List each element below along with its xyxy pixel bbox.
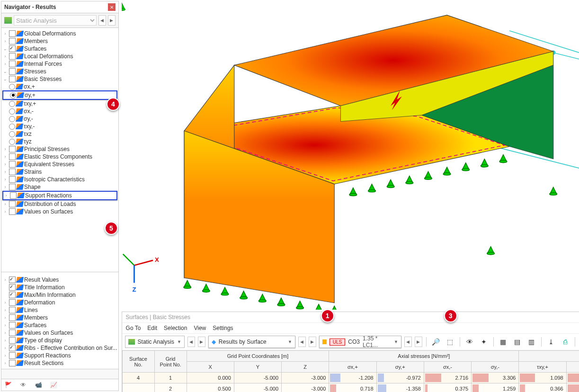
checkbox[interactable]: [9, 153, 16, 160]
menu-go-to[interactable]: Go To: [126, 325, 141, 331]
tree-item[interactable]: ›Members: [2, 314, 117, 321]
results-by-dropdown[interactable]: ◆ Results by Surface ▼: [208, 336, 295, 348]
expander-icon[interactable]: ›: [2, 277, 8, 282]
expander-icon[interactable]: ⌄: [2, 46, 8, 51]
expander-icon[interactable]: ›: [2, 154, 8, 159]
flag-icon[interactable]: 🚩: [3, 381, 13, 389]
tree-item[interactable]: σy,-: [2, 115, 117, 123]
expander-icon[interactable]: ›: [2, 338, 8, 343]
checkbox[interactable]: [9, 352, 16, 359]
checkbox[interactable]: [9, 53, 16, 60]
expander-icon[interactable]: ›: [3, 193, 9, 198]
next-arrow-icon[interactable]: ▶: [108, 15, 116, 26]
export-icon[interactable]: ⤓: [545, 336, 557, 347]
checkbox[interactable]: [9, 322, 16, 329]
select-icon[interactable]: ⬚: [445, 336, 456, 347]
load-combination-dropdown[interactable]: ULS CO3 1.35 * LC1... ▼: [319, 336, 401, 348]
checkbox[interactable]: [9, 292, 16, 298]
3d-viewport[interactable]: X Y Z: [122, 2, 579, 310]
expander-icon[interactable]: ›: [2, 39, 8, 44]
menu-view[interactable]: View: [194, 325, 206, 331]
expander-icon[interactable]: ›: [2, 177, 8, 182]
print-icon[interactable]: ⎙: [560, 336, 571, 347]
expander-icon[interactable]: ›: [2, 353, 8, 358]
checkbox[interactable]: [9, 161, 16, 168]
checkbox[interactable]: [9, 345, 16, 351]
expander-icon[interactable]: ›: [2, 209, 8, 214]
checkbox[interactable]: [9, 337, 16, 344]
expander-icon[interactable]: ›: [2, 361, 8, 365]
tree-item[interactable]: ›Support Reactions: [2, 191, 117, 200]
table2-icon[interactable]: ▤: [512, 336, 523, 347]
next-icon[interactable]: ▶: [415, 337, 422, 347]
checkbox[interactable]: [9, 208, 16, 215]
radio-icon[interactable]: [9, 124, 15, 130]
tree-item[interactable]: σx,-: [2, 107, 117, 115]
next-icon[interactable]: ▶: [309, 337, 316, 347]
expander-icon[interactable]: ›: [2, 315, 8, 320]
checkbox[interactable]: [9, 201, 16, 207]
analysis-dropdown[interactable]: Static Analysis ▼: [125, 336, 185, 348]
table3-icon[interactable]: ▥: [526, 336, 537, 347]
tree-item[interactable]: ⌄Surfaces: [2, 45, 117, 53]
camera-icon[interactable]: 📹: [34, 381, 43, 389]
close-icon[interactable]: ✕: [108, 3, 116, 11]
tree-item[interactable]: σx,+: [2, 83, 117, 90]
checkbox[interactable]: [9, 330, 16, 336]
prev-arrow-icon[interactable]: ◀: [98, 15, 106, 26]
tree-item[interactable]: ›Values on Surfaces: [2, 208, 117, 215]
tree-item[interactable]: ›Elastic Stress Components: [2, 153, 117, 160]
tree-item[interactable]: ›Values on Surfaces: [2, 329, 117, 337]
expander-icon[interactable]: ›: [2, 54, 8, 59]
tree-item[interactable]: ›Isotropic Characteristics: [2, 176, 117, 183]
checkbox[interactable]: [9, 30, 16, 37]
navigator-tree[interactable]: ›Global Deformations›Members⌄Surfaces›Lo…: [1, 28, 118, 270]
expander-icon[interactable]: ›: [2, 308, 8, 312]
checkbox[interactable]: [9, 176, 16, 183]
tree-item[interactable]: ›Support Reactions: [2, 352, 117, 359]
tree-item[interactable]: τxz: [2, 130, 117, 138]
expander-icon[interactable]: ›: [2, 323, 8, 328]
checkbox[interactable]: [9, 276, 16, 283]
tree-item[interactable]: ›Result Values: [2, 276, 117, 284]
checkbox[interactable]: [9, 314, 16, 321]
tree-item[interactable]: Title Information: [2, 284, 117, 291]
tree-item[interactable]: τyz: [2, 138, 117, 145]
checkbox[interactable]: [9, 38, 16, 45]
tree-item[interactable]: ›Local Deformations: [2, 53, 117, 60]
eye-icon[interactable]: 👁: [18, 381, 28, 389]
expander-icon[interactable]: ⌄: [2, 77, 8, 81]
tree-item[interactable]: ⌄Basic Stresses: [2, 75, 117, 83]
tree-item[interactable]: ⌄Stresses: [2, 68, 117, 75]
radio-icon[interactable]: [9, 84, 15, 90]
tree-item[interactable]: ›Ribs - Effective Contribution on Sur...: [2, 344, 117, 352]
checkbox[interactable]: [9, 45, 16, 52]
axis-icon[interactable]: ✦: [478, 336, 490, 347]
prev-icon[interactable]: ◀: [404, 337, 412, 347]
expander-icon[interactable]: ›: [2, 330, 8, 335]
expander-icon[interactable]: ›: [2, 300, 8, 305]
tree-item[interactable]: ›Type of display: [2, 337, 117, 344]
checkbox[interactable]: [9, 61, 16, 67]
radio-icon[interactable]: [9, 139, 15, 145]
tree-item[interactable]: τxy,-: [2, 123, 117, 130]
expander-icon[interactable]: ›: [2, 346, 8, 350]
filter-icon[interactable]: 🔎: [430, 336, 442, 347]
checkbox[interactable]: [10, 192, 17, 199]
tree-item[interactable]: ›Surfaces: [2, 321, 117, 329]
chart-icon[interactable]: 📈: [49, 381, 58, 389]
tree-item[interactable]: ›Lines: [2, 306, 117, 314]
tree-item[interactable]: ›Equivalent Stresses: [2, 160, 117, 168]
menu-edit[interactable]: Edit: [147, 325, 157, 331]
checkbox[interactable]: [9, 169, 16, 175]
tree-item[interactable]: σy,+: [2, 90, 117, 100]
tree-item[interactable]: ›Distribution of Loads: [2, 200, 117, 208]
expander-icon[interactable]: ⌄: [2, 69, 8, 74]
tree-item[interactable]: τxy,+: [2, 100, 117, 107]
menu-settings[interactable]: Settings: [213, 325, 233, 331]
checkbox[interactable]: [9, 146, 16, 152]
table-row[interactable]: 410.000-5.000-3.000-1.208-0.9722.7163.30…: [122, 373, 579, 383]
view-icon[interactable]: 👁: [464, 336, 475, 347]
menu-selection[interactable]: Selection: [164, 325, 187, 331]
radio-icon[interactable]: [9, 116, 15, 122]
